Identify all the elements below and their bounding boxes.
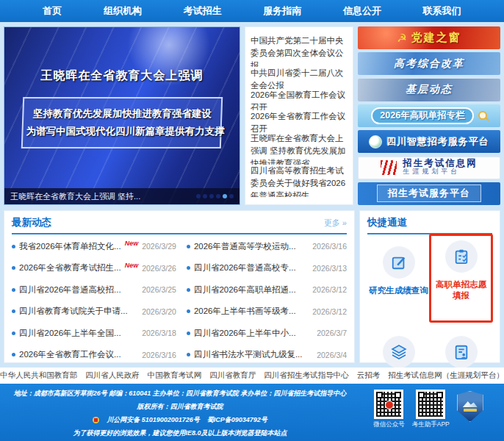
news-date: 2026/3/18 [142,329,176,337]
headline-news-item[interactable]: 2026年全省教育工作会议召开 [251,110,348,132]
banner-label: 高考综合改革 [394,57,464,71]
banner-gaokao-reform[interactable]: 高考综合改革 [358,52,500,75]
footer-link[interactable]: 四川省招生考试指导中心 [264,370,349,381]
news-row: 四川省2026年普通高校招... 2026/3/25 [12,281,176,298]
news-row: 2026年全省教育考试招生... New 2026/3/26 [12,259,176,277]
banner-party-building[interactable]: ☭ 党建之窗 [358,26,500,49]
carousel-dot[interactable] [203,194,207,198]
banner-danzhao-column[interactable]: 2026年高职单招专栏 [358,104,500,127]
banner-exam-service-platform[interactable]: 招生考试服务平台 [358,182,500,205]
news-date: 2026/3/20 [142,307,176,316]
carousel-slogan-box: 坚持教育优先发展加快推进教育强省建设 为谱写中国式现代化四川新篇章提供有力支撑 [21,97,223,148]
shield-emblem-icon [457,391,483,422]
more-link[interactable]: 更多 » [324,218,347,229]
carousel-dot-active[interactable] [223,194,227,198]
news-row: 我省2026年体育单招文化... New 2026/3/29 [12,237,176,255]
footer-link[interactable]: 四川省教育厅 [209,370,256,381]
bullet-icon [187,331,190,335]
clipboard-check-icon [445,240,478,273]
footer-browser-tip: 为了获得更好的浏览效果，建议您使用IE8.0及以上版本浏览器登陆本站点 [7,426,353,440]
footer-link[interactable]: 招生考试信息网（生涯规划平台） [388,370,504,381]
news-row: 四川省教育考试院关于申请... 2026/3/20 [12,303,176,320]
news-link[interactable]: 四川省2026年上半年全国... [19,328,138,339]
carousel-caption-bar: 王晓晖在全省教育大会上强调 坚持... [4,188,240,204]
news-row: 四川省2026年上半年全国... 2026/3/18 [12,324,176,342]
news-row: 2026年上半年书画等级考... 2026/3/12 [187,303,347,320]
news-link[interactable]: 四川省2026年高职单招通... [194,284,309,295]
main-content: 王晓晖在全省教育大会上强调 坚持教育优先发展加快推进教育强省建设 为谱写中国式现… [0,22,504,368]
carousel-dot[interactable] [216,194,220,198]
headline-news-item[interactable]: 中国共产党第二十届中央委员会第四次全体会议公报 [251,35,348,67]
news-link[interactable]: 四川省书法水平测试九级复... [194,349,313,360]
bullet-icon [187,266,190,270]
carousel-headline: 王晓晖在全省教育大会上强调 [4,68,240,84]
wechat-qr-label: 微信公众号 [373,420,405,429]
app-qr-code [416,390,445,419]
news-link[interactable]: 2026年全省教育考试招生... [19,262,121,273]
footer-link[interactable]: 云招考 [357,370,381,381]
bullet-icon [187,245,190,248]
headline-news-item[interactable]: 2026年全国教育工作会议召开 [251,89,348,110]
news-carousel[interactable]: 王晓晖在全省教育大会上强调 坚持教育优先发展加快推进教育强省建设 为谱写中国式现… [4,26,240,205]
banner-admission-info-net[interactable]: 招生考试信息网 生涯规划平台 [358,157,500,179]
edit-icon [383,246,415,279]
headline-news-item[interactable]: 四川省高等教育招生考试委员会关于做好我省2026年普通高校招生... [251,165,348,197]
app-qr-block: 考生助手APP [412,390,450,429]
platform-globe-logo [369,135,382,148]
banner-smart-admission-platform[interactable]: 四川智慧招考服务平台 [358,130,500,153]
footer-link[interactable]: 四川省人民政府 [85,370,140,381]
news-link[interactable]: 四川省2026年上半年中小... [194,328,313,339]
quick-item-label: 高职单招志愿填报 [433,279,489,301]
banner-label: 党建之窗 [411,31,461,45]
news-link[interactable]: 2026年全省教育工作会议... [19,349,138,360]
bullet-icon [187,309,190,313]
layers-icon [383,336,415,368]
bullet-icon [187,353,190,356]
carousel-dot[interactable] [196,194,201,198]
nav-exam-admission[interactable]: 考试招生 [184,4,222,18]
banner-label: 招生考试服务平台 [377,184,481,202]
news-date: 2026/3/12 [312,285,347,294]
quick-item-graduate-score-query[interactable]: 研究生成绩查询 [367,240,430,323]
footer-qr-area: 微信公众号 考生助手APP [353,384,504,441]
latest-news-section: 最新动态 更多 » 我省2026年体育单招文化... New 2026/3/29 [4,210,355,363]
headline-news-item[interactable]: 王晓晖在全省教育大会上强调 坚持教育优先发展加快推进教育强省... [251,132,348,165]
nav-organization[interactable]: 组织机构 [104,4,142,18]
wechat-qr-code [374,390,403,419]
app-qr-label: 考生助手APP [412,420,450,429]
footer-link[interactable]: 中国教育考试网 [148,370,202,381]
news-link[interactable]: 四川省2026年普通高校专... [194,262,309,273]
banner-grassroots-news[interactable]: 基层动态 [358,79,500,101]
carousel-dots [196,194,234,198]
nav-contact-us[interactable]: 联系我们 [423,4,461,18]
carousel-dot[interactable] [209,194,214,198]
headline-news-list: 中国共产党第二十届中央委员会第四次全体会议公报 中共四川省委十二届八次全会公报 … [245,26,353,205]
page: 首页 组织机构 考试招生 服务指南 信息公开 联系我们 王晓晖在全省教育大会上强… [0,0,504,441]
latest-news-title: 最新动态 [12,216,51,229]
bullet-icon [187,288,190,292]
quick-channels-section: 快捷通道 研究生成绩查询 [359,210,500,363]
news-date: 2026/3/16 [142,351,176,359]
banner-label: 四川智慧招考服务平台 [386,135,489,148]
footer-link[interactable]: 中华人民共和国教育部 [0,370,77,381]
news-date: 2026/3/16 [312,242,347,251]
new-badge: New [125,240,139,247]
banner-label: 基层动态 [406,83,453,96]
news-link[interactable]: 2026年上半年书画等级考... [194,306,309,317]
quick-item-danzhao-application-highlighted[interactable]: 高职单招志愿填报 [429,234,493,323]
nav-service-guide[interactable]: 服务指南 [263,4,301,18]
nav-home[interactable]: 首页 [43,4,62,18]
news-link[interactable]: 四川省教育考试院关于申请... [19,306,138,317]
new-badge: New [125,262,139,269]
latest-news-right-column: 2026年普通高等学校运动... 2026/3/16 四川省2026年普通高校专… [187,237,347,364]
news-link[interactable]: 我省2026年体育单招文化... [19,241,121,252]
bullet-icon [12,245,15,248]
news-link[interactable]: 2026年普通高等学校运动... [194,241,309,252]
news-link[interactable]: 四川省2026年普通高校招... [19,284,138,295]
nav-info-disclosure[interactable]: 信息公开 [343,4,381,18]
carousel-slogan-line1: 坚持教育优先发展加快推进教育强省建设 [26,105,218,123]
banner-label: 招生考试信息网 [403,159,478,168]
carousel-dot[interactable] [229,194,234,198]
headline-news-item[interactable]: 中共四川省委十二届八次全会公报 [251,67,348,88]
bullet-icon [12,266,15,270]
